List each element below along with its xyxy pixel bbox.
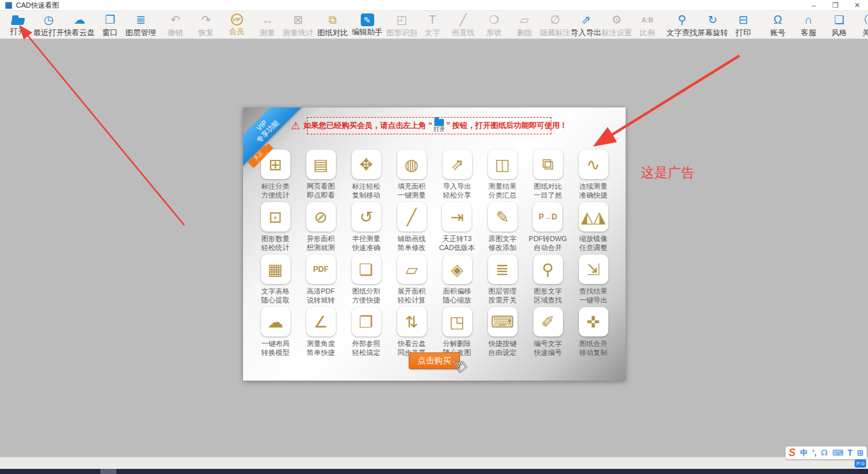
toolbar-item-icon: A:B: [641, 13, 654, 27]
ime-bar: S 中 ’, ☊ ⌨ T ⊞: [785, 446, 867, 459]
toolbar-item[interactable]: ↔ 测量: [252, 11, 283, 38]
toolbar-item-label: 图层管理: [125, 28, 156, 38]
feature-caption: 测量角度简单快捷: [307, 339, 335, 357]
feature-icon: ⧉: [533, 150, 563, 179]
toolbar-item-label: 导入导出: [571, 28, 601, 38]
toolbar-item-label: 最近打开: [33, 28, 64, 38]
toolbar-item-icon: ⚲: [675, 13, 689, 27]
ime-icon[interactable]: 中: [800, 448, 808, 457]
feature-tile: ◳ 分解删除随心改图: [443, 307, 472, 357]
feature-caption: 外部参照轻松搞定: [352, 339, 381, 357]
toolbar-item[interactable]: T 文字: [417, 11, 448, 38]
toolbar-item-label: 关于: [862, 28, 868, 38]
toolbar-item[interactable]: ☁ 快看云盘: [64, 11, 95, 38]
toolbar-item-icon: ❒: [104, 13, 117, 27]
feature-tile: ⇥ 天正 天正转T3CAD低版本: [439, 202, 475, 252]
warning-text: 如果您已经购买会员，请点击左上角 “ 打开 ” 按钮，打开图纸后功能即可使用！: [303, 119, 567, 132]
toolbar-item[interactable]: ╱ 画直线: [448, 11, 478, 38]
toolbar-item[interactable]: VIP 会员: [221, 11, 252, 38]
toolbar-item-label: 客服: [801, 28, 816, 38]
toolbar-item[interactable]: ❍ 形状: [478, 11, 509, 38]
feature-icon: ◍: [397, 150, 427, 179]
toolbar-item[interactable]: ↶ 撤销: [160, 11, 191, 38]
feature-icon: ◭◮: [579, 202, 608, 232]
feature-tile: ⊞ 最新 标注分类方便统计: [261, 150, 290, 200]
toolbar-item[interactable]: A:B 比例: [632, 11, 663, 38]
toolbar-item-label: 编辑助手: [352, 27, 383, 38]
ime-icon[interactable]: ⌨: [832, 448, 843, 457]
toolbar-item-label: 测量: [260, 28, 275, 38]
toolbar-item[interactable]: ◰ 图形识别: [386, 11, 417, 38]
toolbar-item[interactable]: ⊠ 测量统计: [283, 11, 313, 38]
feature-tile: ◭◮ 缩放镜像任意调整: [579, 202, 608, 252]
ime-icon[interactable]: ⊞: [857, 448, 864, 457]
feature-tile: ⊘ 异形面积想测就测: [306, 202, 336, 252]
toolbar-item[interactable]: ⊟ 打印: [728, 11, 759, 38]
feature-tile: ✜ 图纸合并移动复制: [579, 307, 608, 357]
feature-icon: ⇗: [443, 150, 472, 179]
feature-caption: 原图文字修改添加: [489, 234, 517, 252]
taskbar-segment: [100, 469, 116, 474]
feature-icon: ╱: [397, 202, 427, 232]
feature-caption: 图形数量轻松统计: [262, 234, 290, 252]
feature-grid: ⊞ 最新 标注分类方便统计 ▤ 最新 网页看图即点即看 ✥ 最新: [253, 150, 616, 357]
toolbar-item[interactable]: ⚙ 标注设置: [601, 11, 632, 38]
inline-open-button: 打开: [434, 119, 445, 132]
feature-tile: ⌨ 快捷按键自由设定: [488, 307, 517, 357]
feature-caption: 半径测量快速准确: [352, 234, 381, 252]
titlebar: CAD快速看图 – ❐ ✕: [0, 0, 868, 11]
feature-caption: 图纸合并移动复制: [580, 339, 608, 357]
close-button[interactable]: ✕: [846, 0, 868, 10]
warning-box: ⚠ 如果您已经购买会员，请点击左上角 “ 打开 ” 按钮，打开图纸后功能即可使用…: [307, 117, 551, 134]
toolbar-item[interactable]: ▱ 删除: [509, 11, 540, 38]
toolbar-item-icon: ✎: [361, 13, 374, 26]
feature-icon: ▦: [261, 255, 290, 284]
vip-promo-panel[interactable]: VIP 专享功能 ⚠ 如果您已经购买会员，请点击左上角 “ 打开 ” 按钮，打开…: [243, 107, 626, 381]
feature-caption: 面积偏移随心缩放: [443, 287, 471, 304]
ime-icon[interactable]: T: [848, 448, 852, 457]
feature-icon: ✐: [533, 307, 563, 336]
sogou-logo-icon[interactable]: S: [789, 447, 796, 459]
toolbar-item[interactable]: ⚲ 文字查找: [667, 11, 697, 38]
toolbar-item[interactable]: ◷ 最近打开: [33, 11, 64, 38]
toolbar-item[interactable]: ↷ 恢复: [191, 11, 221, 38]
feature-tile: ∿ 连续测量准确快捷: [579, 150, 608, 200]
ime-icon[interactable]: ’,: [812, 448, 817, 457]
feature-caption: 异形面积想测就测: [307, 234, 335, 252]
feature-icon: ▤: [306, 150, 336, 179]
feature-caption: 高清PDF说转就转: [307, 287, 335, 304]
toolbar-item[interactable]: ∩ 客服: [793, 11, 824, 38]
feature-caption: 快捷按键自由设定: [489, 339, 517, 357]
toolbar-item-icon: ❍: [487, 13, 501, 27]
toolbar-item[interactable]: ❏ 风格: [824, 11, 855, 38]
warning-icon: ⚠: [291, 121, 300, 131]
feature-tile: ✐ 编号文字快速编号: [533, 307, 563, 357]
toolbar-item[interactable]: ✎ 编辑助手: [352, 11, 383, 38]
feature-icon: ⇲: [579, 255, 608, 284]
window-controls: – ❐ ✕: [803, 0, 868, 10]
toolbar-item-label: 风格: [832, 28, 847, 38]
feature-icon: ❐: [352, 307, 381, 336]
toolbar-item[interactable]: ⓘ 关于: [855, 11, 868, 38]
feature-caption: 标注分类方便统计: [262, 182, 290, 200]
toolbar-item[interactable]: 打开: [3, 11, 33, 38]
ime-icon[interactable]: ☊: [821, 448, 828, 457]
toolbar-item[interactable]: ↻ 屏幕旋转: [697, 11, 728, 38]
restore-button[interactable]: ❐: [825, 0, 846, 10]
minimize-button[interactable]: –: [803, 0, 825, 10]
toolbar-item-icon: ⚙: [610, 13, 624, 27]
toolbar-item[interactable]: ⇗ 导入导出: [571, 11, 601, 38]
feature-tile: ◫ 测量结果分类汇总: [488, 150, 517, 200]
toolbar-item[interactable]: ∅ 隐藏标注: [540, 11, 571, 38]
feature-caption: 图纸分割方便快捷: [352, 287, 381, 304]
toolbar-item[interactable]: Ω 账号: [762, 11, 793, 38]
feature-caption: 图纸对比一目了然: [534, 182, 562, 200]
toolbar-item[interactable]: ❒ 窗口: [95, 11, 125, 38]
status-bar: [0, 457, 868, 469]
feature-icon: ↺: [352, 202, 381, 232]
toolbar-item[interactable]: ⧉ 图纸对比: [317, 11, 348, 38]
feature-caption: 图形文字区域查找: [534, 287, 562, 304]
app-window: CAD快速看图 – ❐ ✕ 打开 ◷ 最近打开 ☁ 快看云盘: [0, 0, 868, 474]
toolbar-item[interactable]: ≣ 图层管理: [125, 11, 156, 38]
toolbar-item-label: 形状: [486, 28, 501, 38]
